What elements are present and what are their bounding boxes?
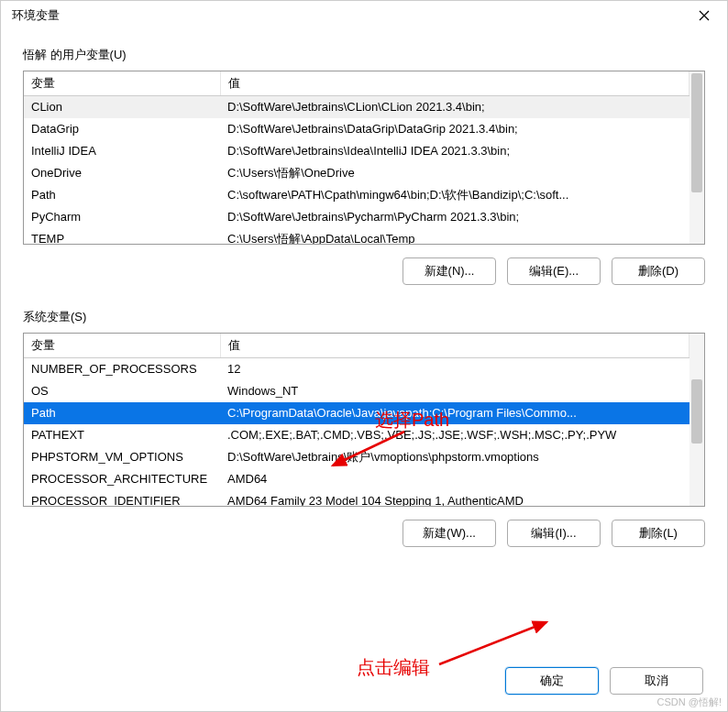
cell-value: C:\Users\悟解\OneDrive — [220, 162, 689, 184]
table-row[interactable]: PROCESSOR_ARCHITECTURE AMD64 — [24, 468, 689, 490]
watermark: CSDN @悟解! — [657, 696, 722, 709]
system-scrollbar[interactable] — [689, 334, 704, 506]
cell-value: 12 — [220, 358, 689, 380]
cell-variable: DataGrip — [24, 118, 220, 140]
environment-variables-dialog: 环境变量 悟解 的用户变量(U) 变量 值 — [0, 0, 728, 712]
table-row[interactable]: Path C:\ProgramData\Oracle\Java\javapath… — [24, 402, 689, 424]
table-row[interactable]: PHPSTORM_VM_OPTIONS D:\SoftWare\Jetbrain… — [24, 446, 689, 468]
table-row[interactable]: NUMBER_OF_PROCESSORS 12 — [24, 358, 689, 380]
system-variables-group: 系统变量(S) 变量 值 NUMBER_OF_PROC — [23, 309, 705, 547]
dialog-title: 环境变量 — [12, 7, 60, 24]
cell-variable: Path — [24, 184, 220, 206]
cell-variable: PROCESSOR_ARCHITECTURE — [24, 468, 220, 490]
column-header-value[interactable]: 值 — [220, 71, 689, 96]
table-row[interactable]: PyCharm D:\SoftWare\Jetbrains\Pycharm\Py… — [24, 206, 689, 228]
user-variables-table-wrap: 变量 值 CLion D:\SoftWare\Jetbrains\CLion\C… — [23, 71, 705, 245]
user-edit-button[interactable]: 编辑(E)... — [507, 257, 601, 285]
system-edit-button[interactable]: 编辑(I)... — [507, 520, 601, 547]
system-delete-button[interactable]: 删除(L) — [612, 520, 705, 547]
column-header-variable[interactable]: 变量 — [24, 334, 220, 358]
user-variables-table[interactable]: 变量 值 CLion D:\SoftWare\Jetbrains\CLion\C… — [24, 71, 689, 244]
column-header-value[interactable]: 值 — [220, 334, 689, 358]
system-variables-table-wrap: 变量 值 NUMBER_OF_PROCESSORS 12 OS Wi — [23, 333, 705, 507]
table-row[interactable]: OneDrive C:\Users\悟解\OneDrive — [24, 162, 689, 184]
cell-value: C:\Users\悟解\AppData\Local\Temp — [220, 228, 689, 245]
cell-variable: OneDrive — [24, 162, 220, 184]
cell-value: D:\SoftWare\Jetbrains\Idea\IntelliJ IDEA… — [220, 140, 689, 162]
system-variables-table[interactable]: 变量 值 NUMBER_OF_PROCESSORS 12 OS Wi — [24, 334, 689, 506]
system-variables-label: 系统变量(S) — [23, 309, 705, 325]
cell-value: C:\ProgramData\Oracle\Java\javapath;C:\P… — [220, 402, 689, 424]
scrollbar-thumb[interactable] — [691, 379, 702, 444]
cell-variable: PROCESSOR_IDENTIFIER — [24, 490, 220, 507]
cell-variable: NUMBER_OF_PROCESSORS — [24, 358, 220, 380]
svg-line-3 — [439, 622, 546, 664]
user-delete-button[interactable]: 删除(D) — [612, 257, 705, 285]
cell-value: D:\SoftWare\Jetbrains\CLion\CLion 2021.3… — [220, 96, 689, 118]
cell-variable: PHPSTORM_VM_OPTIONS — [24, 446, 220, 468]
cell-value: D:\SoftWare\Jetbrains\Pycharm\PyCharm 20… — [220, 206, 689, 228]
dialog-footer: 确定 取消 — [505, 667, 703, 695]
ok-button[interactable]: 确定 — [505, 667, 599, 695]
dialog-content: 悟解 的用户变量(U) 变量 值 CLion — [1, 30, 727, 586]
cell-value: AMD64 Family 23 Model 104 Stepping 1, Au… — [220, 490, 689, 507]
annotation-click-edit: 点击编辑 — [357, 655, 430, 680]
cell-value: C:\software\PATH\Cpath\mingw64\bin;D:\软件… — [220, 184, 689, 206]
cell-variable: CLion — [24, 96, 220, 118]
column-header-variable[interactable]: 变量 — [24, 71, 220, 96]
cell-variable: PATHEXT — [24, 424, 220, 446]
cell-value: D:\SoftWare\Jetbrains\账户\vmoptions\phpst… — [220, 446, 689, 468]
close-icon — [699, 10, 710, 21]
table-row[interactable]: PATHEXT .COM;.EXE;.BAT;.CMD;.VBS;.VBE;.J… — [24, 424, 689, 446]
cell-value: .COM;.EXE;.BAT;.CMD;.VBS;.VBE;.JS;.JSE;.… — [220, 424, 689, 446]
table-row[interactable]: OS Windows_NT — [24, 380, 689, 402]
user-scrollbar[interactable] — [689, 71, 704, 244]
cancel-button[interactable]: 取消 — [610, 667, 703, 695]
cell-variable: PyCharm — [24, 206, 220, 228]
table-row[interactable]: TEMP C:\Users\悟解\AppData\Local\Temp — [24, 228, 689, 245]
cell-variable: OS — [24, 380, 220, 402]
user-variables-group: 悟解 的用户变量(U) 变量 值 CLion — [23, 47, 705, 285]
cell-value: D:\SoftWare\Jetbrains\DataGrip\DataGrip … — [220, 118, 689, 140]
scrollbar-thumb[interactable] — [691, 73, 702, 192]
system-buttons: 新建(W)... 编辑(I)... 删除(L) — [23, 520, 705, 547]
cell-variable: TEMP — [24, 228, 220, 245]
cell-variable: IntelliJ IDEA — [24, 140, 220, 162]
table-row[interactable]: Path C:\software\PATH\Cpath\mingw64\bin;… — [24, 184, 689, 206]
system-new-button[interactable]: 新建(W)... — [403, 520, 496, 547]
table-row[interactable]: CLion D:\SoftWare\Jetbrains\CLion\CLion … — [24, 96, 689, 118]
titlebar: 环境变量 — [1, 1, 727, 30]
cell-variable: Path — [24, 402, 220, 424]
arrow-click-edit-icon — [432, 617, 560, 672]
cell-value: AMD64 — [220, 468, 689, 490]
user-variables-label: 悟解 的用户变量(U) — [23, 47, 705, 63]
table-row[interactable]: PROCESSOR_IDENTIFIER AMD64 Family 23 Mod… — [24, 490, 689, 507]
user-buttons: 新建(N)... 编辑(E)... 删除(D) — [23, 257, 705, 285]
table-row[interactable]: IntelliJ IDEA D:\SoftWare\Jetbrains\Idea… — [24, 140, 689, 162]
cell-value: Windows_NT — [220, 380, 689, 402]
close-button[interactable] — [690, 5, 718, 27]
user-new-button[interactable]: 新建(N)... — [403, 257, 496, 285]
table-row[interactable]: DataGrip D:\SoftWare\Jetbrains\DataGrip\… — [24, 118, 689, 140]
